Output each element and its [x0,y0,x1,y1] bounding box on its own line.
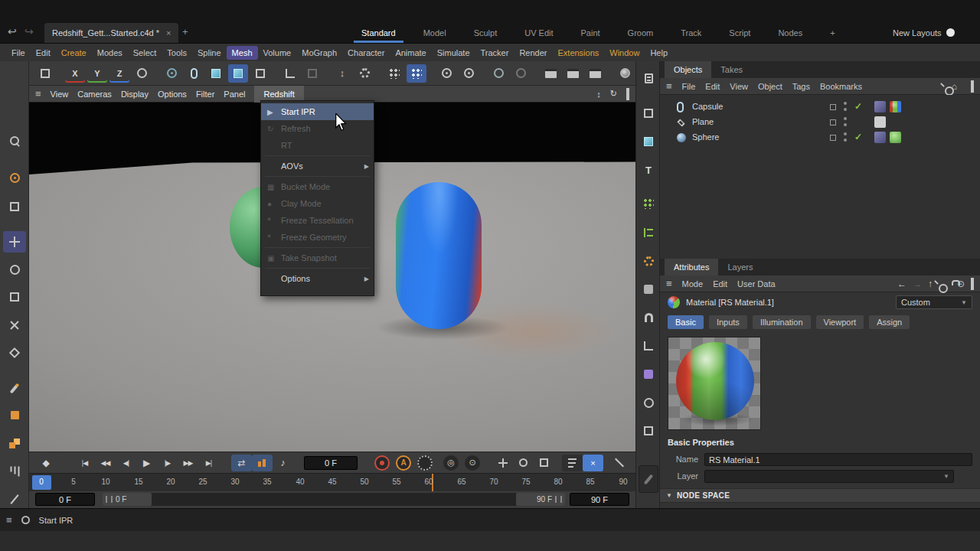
dynamics-sphere-icon[interactable] [511,64,531,83]
timeline-corner-icon[interactable] [609,455,629,471]
target-mode-icon[interactable] [436,64,456,83]
clone-tool[interactable] [3,432,26,454]
next-key-button[interactable]: ▶▶ [178,455,198,471]
menu-edit[interactable]: Edit [31,46,56,60]
menu-item-options[interactable]: Options ▶ [261,270,374,287]
key-selection-button[interactable]: ⊙ [465,455,480,471]
rotate-tool[interactable] [3,259,26,280]
status-hamburger-icon[interactable]: ≡ [6,514,12,526]
subtab-basic[interactable]: Basic [668,315,704,329]
layout-tab-sculpt[interactable]: Sculpt [466,23,505,43]
snap-toggle-button[interactable]: × [583,455,603,471]
object-row-plane[interactable]: Plane [660,115,980,130]
previous-frame-button[interactable]: ◀| [116,455,136,471]
menu-create[interactable]: Create [56,46,92,60]
visibility-dots[interactable] [844,102,847,112]
menu-select[interactable]: Select [128,46,162,60]
om-menu-tags[interactable]: Tags [792,82,810,91]
new-layouts-label[interactable]: New Layouts [893,28,942,37]
enabled-check-icon[interactable]: ✓ [854,132,862,142]
torus-primitive-icon[interactable] [162,64,181,83]
timeline-ruler[interactable]: 0 5 10 15 20 25 30 35 40 45 50 55 60 65 … [29,473,635,491]
text-icon[interactable]: T [641,162,656,178]
cube-icon[interactable] [641,134,656,149]
menu-character[interactable]: Character [342,46,390,60]
layout-tab-script[interactable]: Script [721,23,758,43]
instance-icon[interactable] [250,64,270,83]
go-to-end-button[interactable]: ▶| [198,455,219,471]
add-layout-icon[interactable]: + [822,23,842,43]
layout-tab-paint[interactable]: Paint [573,23,608,43]
menu-mesh[interactable]: Mesh [227,46,258,60]
menu-file[interactable]: File [6,46,31,60]
menu-item-refresh[interactable]: ↻ Refresh [261,120,374,137]
texture-tag[interactable] [874,116,886,128]
material-preview[interactable] [668,337,761,430]
render-picture-viewer-icon[interactable] [563,64,583,83]
shaderball-icon[interactable] [615,64,635,83]
menu-render[interactable]: Render [514,46,552,60]
free-axis-tool[interactable] [3,315,26,336]
layout-tab-uvedit[interactable]: UV Edit [517,23,560,43]
key-position-button[interactable]: ◎ [443,455,459,471]
layer-toggle[interactable] [830,104,836,110]
object-row-sphere[interactable]: Sphere ✓ [660,130,980,145]
rect-selection-tool[interactable] [3,196,26,217]
subtab-viewport[interactable]: Viewport [816,315,864,329]
matrix-icon[interactable] [641,196,656,211]
tab-attributes[interactable]: Attributes [665,259,718,276]
viewport-menu-panel[interactable]: Panel [224,90,245,99]
am-menu-mode[interactable]: Mode [682,279,704,289]
rotate-view-icon[interactable]: ↻ [610,89,617,99]
orbit-icon[interactable] [641,395,656,410]
range-end-field[interactable]: 90 F [570,493,629,506]
tab-layers[interactable]: Layers [718,259,762,276]
tab-takes[interactable]: Takes [711,61,752,78]
keyframe-rotation-toggle[interactable] [513,455,534,471]
toggle-view-icon[interactable] [626,90,629,99]
new-tab-icon[interactable]: + [182,26,188,37]
range-start-handle[interactable]: 0 F [103,493,152,506]
up-icon[interactable]: ↑ [928,279,933,289]
menu-item-bucket-mode[interactable]: ▦ Bucket Mode [261,178,374,195]
workplane-lock-icon[interactable] [302,64,322,83]
live-selection-tool[interactable] [3,167,26,188]
render-view-icon[interactable] [541,64,560,83]
range-start-field[interactable]: 0 F [35,493,95,506]
close-tab-icon[interactable]: × [166,28,171,37]
loop-playback-button[interactable]: ⇄ [231,455,252,471]
ruler-icon[interactable] [641,338,656,354]
am-menu-userdata[interactable]: User Data [737,279,776,289]
menu-spline[interactable]: Spline [192,46,227,60]
keying-settings-button[interactable] [417,455,433,471]
current-frame-field[interactable]: 0 F [304,456,358,470]
back-icon[interactable]: ← [897,279,906,289]
timeline-layers-button[interactable] [562,455,583,471]
record-button[interactable] [374,455,390,471]
move-tool[interactable] [3,231,26,253]
popout-icon[interactable] [971,279,974,289]
om-menu-view[interactable]: View [730,82,748,91]
go-to-start-button[interactable]: |◀ [74,455,95,471]
coord-system-icon[interactable] [132,64,152,83]
axis-center-icon[interactable] [459,64,479,83]
om-menu-edit[interactable]: Edit [705,82,720,91]
menu-modes[interactable]: Modes [92,46,128,60]
scale-tool[interactable] [3,286,26,308]
viewport-menu-display[interactable]: Display [121,90,149,99]
magnet-icon[interactable] [641,310,656,325]
layout-tab-standard[interactable]: Standard [354,23,403,43]
viewport-render-icon[interactable] [35,64,55,83]
om-panel-icon[interactable] [971,82,974,91]
tag-icon[interactable] [641,282,656,297]
sound-button[interactable]: ♪ [273,455,293,471]
menu-volume[interactable]: Volume [258,46,297,60]
frame-icon[interactable] [641,106,656,121]
om-menu-object[interactable]: Object [758,82,782,91]
puzzle-icon[interactable] [641,367,656,382]
autokey-button[interactable]: A [396,455,411,471]
redo-icon[interactable]: ↪ [24,25,34,37]
viewport-menu-cameras[interactable]: Cameras [77,90,112,99]
dock-box[interactable] [639,465,658,493]
om-menu-bookmarks[interactable]: Bookmarks [820,82,862,91]
